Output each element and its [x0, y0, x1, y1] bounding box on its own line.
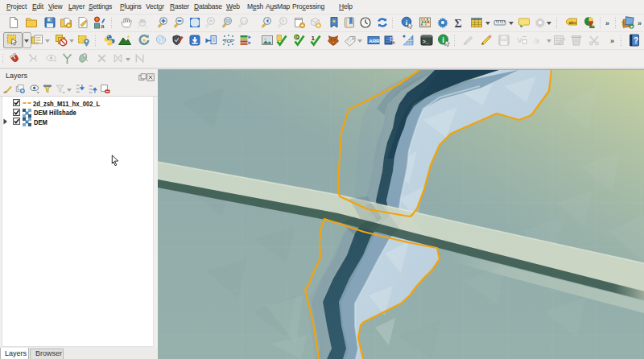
svg-text:»: »	[610, 37, 614, 45]
svg-text:abc: abc	[569, 20, 576, 25]
svg-text:/x: /x	[533, 37, 540, 45]
svg-text:TCF: TCF	[224, 39, 233, 43]
svg-text:Q: Q	[295, 35, 299, 39]
svg-text:?: ?	[634, 36, 638, 45]
svg-text:Σ: Σ	[455, 18, 462, 30]
svg-text:V: V	[518, 36, 522, 44]
svg-text:1: 1	[312, 35, 316, 42]
svg-text:ARR: ARR	[369, 38, 380, 43]
svg-text:i: i	[442, 36, 444, 44]
svg-text:a: a	[101, 23, 105, 29]
svg-text:»: »	[638, 19, 642, 27]
svg-text:1:1: 1:1	[242, 20, 247, 24]
svg-text:>_: >_	[423, 39, 429, 45]
svg-text:»: »	[605, 19, 609, 27]
